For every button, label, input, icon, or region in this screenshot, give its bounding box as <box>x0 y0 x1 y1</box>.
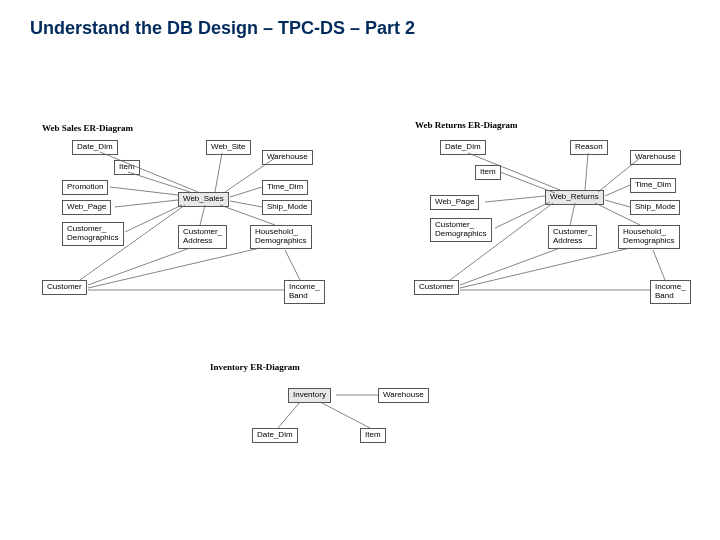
svg-line-28 <box>460 248 630 288</box>
entity-customer-demo: Customer_ Demographics <box>62 222 124 246</box>
svg-line-4 <box>125 205 182 232</box>
web-returns-title: Web Returns ER-Diagram <box>415 120 518 130</box>
page-title: Understand the DB Design – TPC-DS – Part… <box>30 18 415 39</box>
svg-line-10 <box>200 205 205 225</box>
entity-date-dim: Date_Dim <box>72 140 118 155</box>
svg-line-9 <box>230 201 262 207</box>
entity-household-demo: Household_ Demographics <box>250 225 312 249</box>
er-edges <box>0 0 720 540</box>
entity-item: Item <box>114 160 140 175</box>
entity-warehouse: Warehouse <box>262 150 313 165</box>
entity-r-web-page: Web_Page <box>430 195 479 210</box>
entity-web-returns-fact: Web_Returns <box>545 190 604 205</box>
entity-i-item: Item <box>360 428 386 443</box>
svg-line-23 <box>605 185 630 196</box>
entity-r-household-demo: Household_ Demographics <box>618 225 680 249</box>
svg-line-21 <box>585 153 588 190</box>
entity-customer: Customer <box>42 280 87 295</box>
entity-i-date-dim: Date_Dim <box>252 428 298 443</box>
entity-web-site: Web_Site <box>206 140 251 155</box>
entity-web-page: Web_Page <box>62 200 111 215</box>
entity-ship-mode: Ship_Mode <box>262 200 312 215</box>
entity-income-band: Income_ Band <box>284 280 325 304</box>
entity-i-warehouse: Warehouse <box>378 388 429 403</box>
entity-inventory-fact: Inventory <box>288 388 331 403</box>
svg-line-12 <box>88 248 190 285</box>
entity-r-reason: Reason <box>570 140 608 155</box>
svg-line-30 <box>653 250 665 280</box>
entity-r-warehouse: Warehouse <box>630 150 681 165</box>
entity-r-income-band: Income_ Band <box>650 280 691 304</box>
entity-r-time-dim: Time_Dim <box>630 178 676 193</box>
svg-line-24 <box>605 200 630 207</box>
svg-line-33 <box>320 402 370 428</box>
entity-r-date-dim: Date_Dim <box>440 140 486 155</box>
entity-r-customer-demo: Customer_ Demographics <box>430 218 492 242</box>
entity-r-ship-mode: Ship_Mode <box>630 200 680 215</box>
inventory-title: Inventory ER-Diagram <box>210 362 300 372</box>
entity-web-sales-fact: Web_Sales <box>178 192 229 207</box>
entity-r-item: Item <box>475 165 501 180</box>
svg-line-32 <box>278 402 300 428</box>
svg-line-27 <box>460 248 560 285</box>
svg-line-25 <box>570 203 575 225</box>
svg-line-6 <box>215 153 222 192</box>
svg-line-13 <box>88 248 260 288</box>
entity-promotion: Promotion <box>62 180 108 195</box>
svg-line-2 <box>110 187 178 195</box>
svg-line-18 <box>485 196 545 202</box>
entity-time-dim: Time_Dim <box>262 180 308 195</box>
svg-line-8 <box>230 187 262 197</box>
entity-r-customer-addr: Customer_ Address <box>548 225 597 249</box>
svg-line-15 <box>285 250 300 280</box>
svg-line-1 <box>128 172 190 192</box>
web-sales-title: Web Sales ER-Diagram <box>42 123 133 133</box>
entity-r-customer: Customer <box>414 280 459 295</box>
entity-customer-addr: Customer_ Address <box>178 225 227 249</box>
svg-line-19 <box>495 202 550 228</box>
svg-line-3 <box>115 200 178 207</box>
